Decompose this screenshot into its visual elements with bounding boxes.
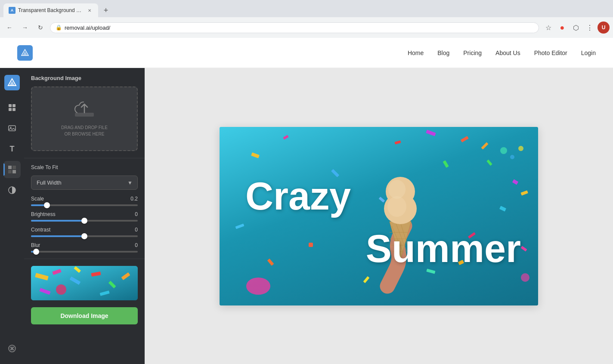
blur-control: Blur 0 xyxy=(24,240,145,255)
svg-rect-31 xyxy=(235,223,245,228)
site-header: Home Blog Pricing About Us Photo Editor … xyxy=(0,38,613,68)
background-upload-area[interactable]: DRAG AND DROP FILEOR BROWSE HERE xyxy=(31,86,138,151)
blur-label: Blur xyxy=(31,242,40,248)
scale-to-fit-select[interactable]: Full Width Full Height Stretch Fit Origi… xyxy=(31,176,138,190)
nav-right: ☆ ● ⬡ ⋮ U xyxy=(542,22,610,34)
svg-rect-4 xyxy=(9,126,15,131)
url-text: removal.ai/upload/ xyxy=(65,25,110,31)
contrast-slider[interactable] xyxy=(31,235,138,237)
bookmark-button[interactable]: ☆ xyxy=(542,22,554,34)
new-tab-button[interactable]: + xyxy=(100,4,112,16)
site-logo xyxy=(17,45,33,61)
blur-slider[interactable] xyxy=(31,251,138,253)
contrast-value: 0 xyxy=(135,227,138,233)
scale-to-fit-select-wrapper: Full Width Full Height Stretch Fit Origi… xyxy=(31,176,138,190)
back-button[interactable]: ← xyxy=(3,22,15,34)
svg-point-49 xyxy=(521,273,529,282)
svg-rect-48 xyxy=(521,246,527,251)
svg-rect-1 xyxy=(12,104,15,107)
settings-button[interactable]: ⋮ xyxy=(584,22,596,34)
svg-rect-24 xyxy=(251,152,260,158)
site-nav: Home Blog Pricing About Us Photo Editor … xyxy=(408,49,596,56)
svg-rect-7 xyxy=(12,166,16,169)
contrast-label: Contrast xyxy=(31,227,50,233)
svg-rect-9 xyxy=(12,170,16,173)
brightness-slider-thumb[interactable] xyxy=(81,218,87,224)
svg-rect-29 xyxy=(481,142,489,149)
extensions-button[interactable]: ⬡ xyxy=(570,22,582,34)
svg-point-22 xyxy=(56,284,66,295)
active-tab[interactable]: A Transparent Background Make ✕ xyxy=(3,3,98,17)
svg-rect-47 xyxy=(520,190,528,195)
contrast-control: Contrast 0 xyxy=(24,224,145,240)
sidebar-item-contrast[interactable] xyxy=(3,182,21,199)
blur-slider-thumb[interactable] xyxy=(33,249,39,255)
scale-control: Scale 0.2 xyxy=(24,193,145,209)
scale-slider[interactable] xyxy=(31,204,138,206)
sidebar-item-text[interactable]: T xyxy=(3,140,21,157)
download-button[interactable]: Download Image xyxy=(31,307,138,324)
svg-rect-30 xyxy=(512,179,518,185)
brightness-label: Brightness xyxy=(31,211,56,217)
svg-point-43 xyxy=(518,146,523,151)
app-layout: T Background Image xyxy=(0,68,613,364)
svg-rect-3 xyxy=(12,108,15,111)
svg-rect-37 xyxy=(309,243,313,247)
brightness-slider[interactable] xyxy=(31,220,138,222)
svg-point-60 xyxy=(387,196,406,217)
user-avatar[interactable]: U xyxy=(598,22,610,34)
blur-value: 0 xyxy=(135,242,138,248)
forward-button[interactable]: → xyxy=(19,22,31,34)
browser-chrome: A Transparent Background Make ✕ + ← → ↻ … xyxy=(0,0,613,38)
sidebar-item-background[interactable] xyxy=(3,161,21,178)
chrome-icon[interactable]: ● xyxy=(556,22,568,34)
scale-value: 0.2 xyxy=(130,196,138,202)
site-logo-icon xyxy=(17,45,33,61)
canvas-text-crazy: Crazy xyxy=(245,174,351,219)
svg-point-59 xyxy=(388,180,406,199)
canvas-text-summer: Summer xyxy=(366,227,521,271)
address-bar[interactable]: 🔒 removal.ai/upload/ xyxy=(50,22,539,33)
brightness-slider-fill xyxy=(31,220,84,222)
tab-close-button[interactable]: ✕ xyxy=(86,7,93,14)
tab-bar: A Transparent Background Make ✕ + xyxy=(0,0,613,17)
nav-login[interactable]: Login xyxy=(581,49,596,56)
svg-point-41 xyxy=(500,147,507,154)
svg-rect-45 xyxy=(461,136,469,142)
nav-photo-editor[interactable]: Photo Editor xyxy=(534,49,567,56)
svg-point-40 xyxy=(246,278,270,295)
upload-text-label: DRAG AND DROP FILEOR BROWSE HERE xyxy=(61,124,108,137)
svg-rect-32 xyxy=(267,258,274,265)
nav-about[interactable]: About Us xyxy=(495,49,520,56)
scale-to-fit-label: Scale To Fit xyxy=(31,164,58,170)
sidebar-logo[interactable] xyxy=(4,75,20,90)
panel-title: Background Image xyxy=(24,68,145,86)
svg-point-42 xyxy=(510,155,514,159)
upload-icon xyxy=(74,101,95,122)
svg-rect-6 xyxy=(8,166,12,169)
preview-thumbnail xyxy=(31,266,138,300)
contrast-slider-thumb[interactable] xyxy=(81,233,87,239)
contrast-slider-fill xyxy=(31,235,84,237)
svg-rect-8 xyxy=(8,170,12,173)
svg-rect-25 xyxy=(283,135,288,139)
scale-slider-thumb[interactable] xyxy=(44,202,50,208)
sidebar-item-image[interactable] xyxy=(3,120,21,137)
nav-home[interactable]: Home xyxy=(408,49,424,56)
nav-pricing[interactable]: Pricing xyxy=(463,49,482,56)
svg-rect-12 xyxy=(75,113,94,117)
scale-to-fit-control: Scale To Fit xyxy=(24,162,145,176)
brightness-control: Brightness 0 xyxy=(24,209,145,224)
icon-sidebar: T xyxy=(0,68,24,364)
refresh-button[interactable]: ↻ xyxy=(34,22,46,34)
close-panel-button[interactable] xyxy=(3,340,21,357)
lock-icon: 🔒 xyxy=(56,25,62,31)
svg-rect-2 xyxy=(9,108,12,111)
svg-rect-28 xyxy=(443,160,449,167)
brightness-value: 0 xyxy=(135,211,138,217)
tab-favicon: A xyxy=(9,7,15,14)
nav-blog[interactable]: Blog xyxy=(437,49,449,56)
controls-panel: Background Image DRAG AND DROP FILEOR BR… xyxy=(24,68,145,364)
ice-cream-image xyxy=(357,127,443,303)
sidebar-item-grid[interactable] xyxy=(3,99,21,116)
